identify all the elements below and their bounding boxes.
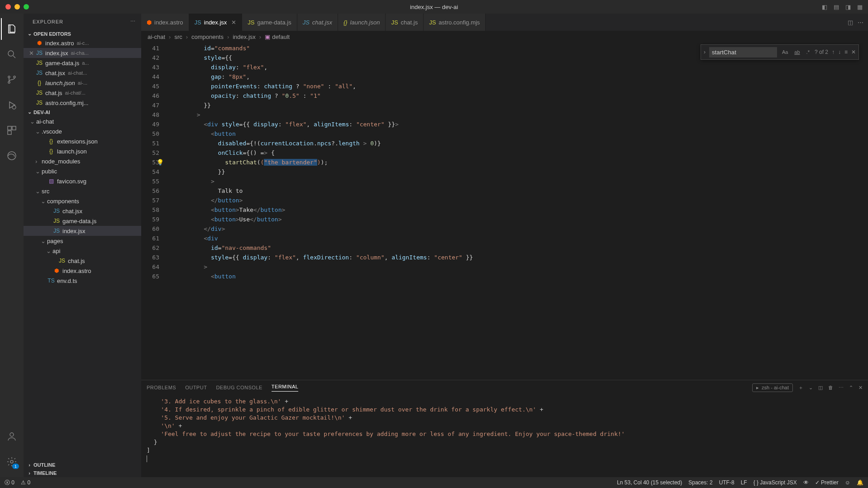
folder-item[interactable]: ⌄.vscode	[24, 126, 141, 136]
status-eol[interactable]: LF	[741, 479, 747, 486]
status-prettier[interactable]: ✓ Prettier	[815, 479, 839, 486]
file-item[interactable]: JSgame-data.js	[24, 216, 141, 226]
folder-item[interactable]: ⌄api	[24, 246, 141, 256]
split-terminal-icon[interactable]: ◫	[818, 385, 823, 391]
layout-panel-icon[interactable]: ▤	[834, 4, 839, 10]
file-item[interactable]: ⬢index.astro	[24, 266, 141, 276]
activity-extensions[interactable]	[1, 120, 23, 141]
project-header[interactable]: ⌄ DEV-AI	[24, 108, 141, 116]
find-close-icon[interactable]: ✕	[851, 49, 856, 55]
breadcrumb-item[interactable]: default	[272, 33, 290, 40]
file-item[interactable]: ▧favicon.svg	[24, 176, 141, 186]
folder-item[interactable]: ⌄pages	[24, 236, 141, 246]
file-item[interactable]: JSchat.jsx	[24, 206, 141, 216]
terminal-picker[interactable]: ▸ zsh - ai-chat	[752, 383, 793, 392]
open-editor-item[interactable]: JSgame-data.jsa...	[24, 58, 141, 68]
folder-item[interactable]: ⌄src	[24, 186, 141, 196]
activity-search[interactable]	[1, 43, 23, 65]
find-word-toggle[interactable]: ab	[793, 48, 801, 56]
status-feedback-icon[interactable]: ☺	[845, 479, 850, 486]
find-regex-toggle[interactable]: .*	[805, 48, 811, 56]
breadcrumb-item[interactable]: src	[174, 33, 182, 40]
panel-maximize-icon[interactable]: ⌃	[849, 385, 853, 391]
code-content[interactable]: id="commands" style={{ display: "flex", …	[168, 43, 868, 380]
close-icon[interactable]: ✕	[231, 19, 236, 26]
breadcrumbs[interactable]: ai-chat›src›components›index.jsx›▣ defau…	[141, 31, 868, 43]
editor-tab[interactable]: {}launch.json	[338, 14, 386, 31]
activity-account[interactable]	[1, 426, 23, 447]
status-spaces[interactable]: Spaces: 2	[688, 479, 712, 486]
status-encoding[interactable]: UTF-8	[719, 479, 734, 486]
editor-tab[interactable]: JSastro.config.mjs	[424, 14, 486, 31]
status-warnings[interactable]: ⚠ 0	[21, 479, 30, 486]
activity-run-debug[interactable]	[1, 94, 23, 116]
open-editor-item[interactable]: JSastro.config.mj...	[24, 98, 141, 108]
maximize-window[interactable]	[24, 4, 29, 10]
status-bell-icon[interactable]: 🔔	[857, 479, 863, 486]
file-item[interactable]: {}launch.json	[24, 146, 141, 156]
open-editor-item[interactable]: {}launch.jsonai-...	[24, 78, 141, 88]
find-next-icon[interactable]: ↓	[838, 49, 841, 55]
chevron-down-icon: ⌄	[35, 188, 42, 195]
open-editors-header[interactable]: ⌄ OPEN EDITORS	[24, 29, 141, 38]
timeline-header[interactable]: › TIMELINE	[24, 469, 141, 477]
open-editor-item[interactable]: JSchat.jsai-chat/...	[24, 88, 141, 98]
folder-item[interactable]: ›node_modules	[24, 156, 141, 166]
breadcrumb-item[interactable]: components	[191, 33, 224, 40]
lightbulb-icon[interactable]: 💡	[157, 158, 164, 167]
layout-customize-icon[interactable]: ▦	[857, 4, 863, 10]
editor-tab[interactable]: ⬢index.astro	[141, 14, 189, 31]
sidebar-more-icon[interactable]: ⋯	[130, 19, 136, 24]
find-case-toggle[interactable]: Aa	[781, 48, 789, 56]
layout-sidebar-left-icon[interactable]: ◧	[822, 4, 827, 10]
status-eye-icon[interactable]: 👁	[803, 479, 809, 486]
find-expand-icon[interactable]: ›	[704, 49, 706, 55]
find-selection-icon[interactable]: ≡	[844, 49, 848, 55]
status-language[interactable]: { } JavaScript JSX	[754, 479, 797, 486]
activity-settings[interactable]: 1	[1, 451, 23, 473]
outline-header[interactable]: › OUTLINE	[24, 461, 141, 469]
activity-edge[interactable]	[1, 145, 23, 167]
find-input[interactable]	[709, 47, 777, 57]
new-terminal-icon[interactable]: ＋	[798, 384, 803, 391]
breadcrumb-item[interactable]: index.jsx	[233, 33, 256, 40]
panel-tab-output[interactable]: OUTPUT	[185, 385, 207, 390]
file-item[interactable]: {}extensions.json	[24, 136, 141, 146]
close-icon[interactable]: ✕	[27, 50, 35, 57]
layout-sidebar-right-icon[interactable]: ◨	[845, 4, 851, 10]
status-cursor[interactable]: Ln 53, Col 40 (15 selected)	[617, 479, 682, 486]
terminal-dropdown-icon[interactable]: ⌄	[809, 385, 813, 391]
status-errors[interactable]: ⓧ 0	[5, 479, 14, 487]
minimize-window[interactable]	[14, 4, 20, 10]
activity-explorer[interactable]	[1, 18, 23, 40]
file-item[interactable]: TSenv.d.ts	[24, 276, 141, 286]
split-editor-icon[interactable]: ◫	[848, 19, 853, 26]
editor-tab[interactable]: JSindex.jsx✕	[189, 14, 243, 31]
panel-actions: ▸ zsh - ai-chat ＋ ⌄ ◫ 🗑 ⋯ ⌃ ✕	[752, 383, 863, 392]
editor-body[interactable]: 4142434445464748495051525354555657585960…	[141, 43, 868, 380]
file-item[interactable]: JSindex.jsx	[24, 226, 141, 236]
breadcrumb-item[interactable]: ai-chat	[148, 33, 165, 40]
editor-tab[interactable]: JSchat.jsx	[297, 14, 338, 31]
open-editor-item[interactable]: ⬢index.astroai-c...	[24, 38, 141, 48]
folder-item[interactable]: ⌄components	[24, 196, 141, 206]
activity-source-control[interactable]	[1, 69, 23, 91]
panel-more-icon[interactable]: ⋯	[839, 385, 844, 391]
folder-item[interactable]: ⌄ai-chat	[24, 116, 141, 126]
open-editor-item[interactable]: ✕JSindex.jsxai-cha...	[24, 48, 141, 58]
panel-close-icon[interactable]: ✕	[858, 385, 863, 391]
jsx-file-icon: JS	[35, 70, 43, 76]
panel-tab-problems[interactable]: PROBLEMS	[147, 385, 176, 390]
panel-tab-debug-console[interactable]: DEBUG CONSOLE	[216, 385, 262, 390]
close-window[interactable]	[5, 4, 11, 10]
folder-item[interactable]: ⌄public	[24, 166, 141, 176]
find-prev-icon[interactable]: ↑	[832, 49, 835, 55]
file-item[interactable]: JSchat.js	[24, 256, 141, 266]
editor-tab[interactable]: JSchat.js	[386, 14, 424, 31]
more-actions-icon[interactable]: ⋯	[858, 19, 863, 26]
open-editor-item[interactable]: JSchat.jsxai-chat...	[24, 68, 141, 78]
panel-tab-terminal[interactable]: TERMINAL	[272, 384, 299, 392]
kill-terminal-icon[interactable]: 🗑	[828, 385, 833, 390]
terminal-output[interactable]: '3. Add ice cubes to the glass.\n' + '4.…	[141, 395, 868, 477]
editor-tab[interactable]: JSgame-data.js	[242, 14, 297, 31]
